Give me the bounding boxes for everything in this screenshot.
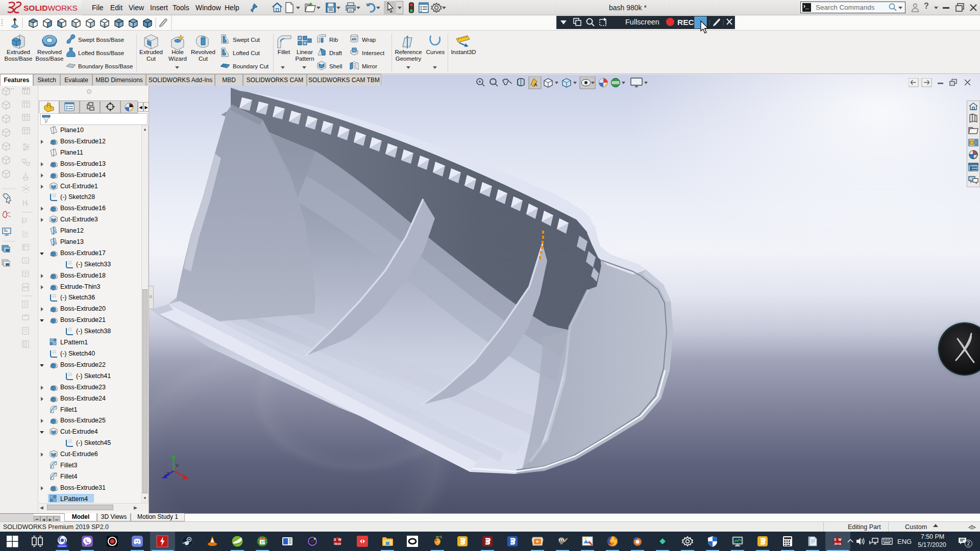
svg-text:Fullscreen: Fullscreen: [625, 18, 659, 26]
svg-text:Y: Y: [176, 463, 179, 468]
svg-text:S: S: [834, 538, 837, 541]
svg-text:W: W: [839, 538, 842, 541]
svg-text:2019: 2019: [334, 542, 341, 545]
svg-text:Z: Z: [166, 471, 169, 477]
svg-text:ab: ab: [352, 37, 356, 41]
svg-text:A: A: [534, 82, 537, 87]
svg-text:REC: REC: [677, 18, 694, 27]
svg-text:S: S: [334, 538, 336, 541]
svg-text:17: 17: [261, 540, 265, 544]
svg-text:2019: 2019: [835, 542, 842, 545]
svg-text:SOLIDWORKS: SOLIDWORKS: [23, 4, 78, 12]
svg-text:W: W: [338, 538, 342, 541]
svg-text:trocen: trocen: [58, 544, 66, 547]
